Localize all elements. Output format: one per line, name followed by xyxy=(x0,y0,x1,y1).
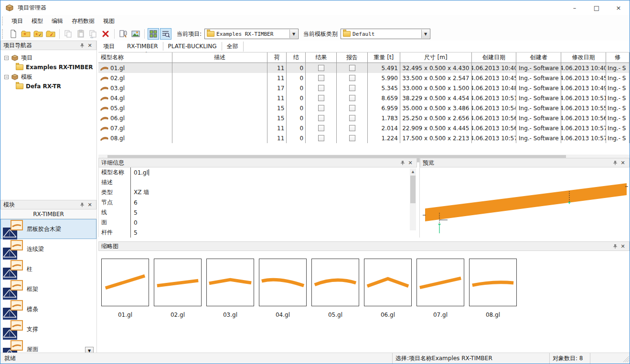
thumbnail-item[interactable]: 02.gl xyxy=(154,259,202,318)
module-item[interactable]: 支撑 xyxy=(0,319,96,339)
table-row[interactable]: 02.gl 11 0 5.990 33.500 x 0.500 x 2.547 … xyxy=(98,73,630,83)
close-icon[interactable]: ✕ xyxy=(619,242,627,250)
report-checkbox[interactable] xyxy=(349,85,355,91)
open-project-folder-icon[interactable]: ★✓ xyxy=(32,28,44,40)
results-checkbox[interactable] xyxy=(318,85,324,91)
collapse-icon[interactable]: − xyxy=(4,56,9,60)
paste-icon[interactable] xyxy=(75,28,86,40)
delete-icon[interactable] xyxy=(100,28,111,40)
menu-item[interactable]: 视图 xyxy=(99,15,119,27)
menu-item[interactable]: 存档数据 xyxy=(67,15,99,27)
tree-node-project-examples[interactable]: Examples RX-TIMBER xyxy=(16,62,96,72)
toolbar-grip[interactable] xyxy=(2,17,3,25)
copy-model-icon[interactable] xyxy=(87,28,99,40)
results-checkbox[interactable] xyxy=(318,135,324,141)
project-check-folder-icon[interactable]: ✓ xyxy=(45,28,56,40)
table-row[interactable]: 03.gl 17 0 5.345 33.000 x 0.500 x 1.500 … xyxy=(98,83,630,93)
tab[interactable]: RX-TIMBER xyxy=(122,42,163,51)
report-checkbox[interactable] xyxy=(349,105,355,111)
thumbnail-item[interactable]: 08.gl xyxy=(469,259,517,318)
col-combinations[interactable]: 结 xyxy=(287,52,306,62)
col-results[interactable]: 结果 xyxy=(306,52,337,62)
results-checkbox[interactable] xyxy=(318,105,324,111)
table-row[interactable]: 08.gl 11 0 1.224 17.500 x 0.500 x 2.213 … xyxy=(98,133,630,143)
report-checkbox[interactable] xyxy=(349,135,355,141)
tree-node-projects[interactable]: − 项目 xyxy=(4,53,96,62)
thumbnail-item[interactable]: 04.gl xyxy=(259,259,307,318)
results-checkbox[interactable] xyxy=(318,65,324,71)
module-item[interactable]: 连续梁 xyxy=(0,239,96,259)
results-checkbox[interactable] xyxy=(318,95,324,101)
details-value[interactable]: XZ 墙 xyxy=(134,188,149,197)
new-document-icon[interactable] xyxy=(8,28,19,40)
module-item[interactable]: 层板胶合木梁 xyxy=(0,219,96,239)
table-row[interactable]: 06.gl 15 0 1.783 25.250 x 0.500 x 2.656 … xyxy=(98,113,630,123)
current-project-combobox[interactable]: Examples RX-TIMBER ▼ xyxy=(204,29,299,39)
detail-search-view-toggle-icon[interactable] xyxy=(160,28,171,40)
pin-icon[interactable] xyxy=(611,159,619,166)
col-creator[interactable]: 创建者 xyxy=(516,52,561,62)
scroll-up-icon[interactable]: ▲ xyxy=(410,168,416,175)
module-item[interactable]: 柱 xyxy=(0,259,96,279)
copy-icon[interactable] xyxy=(63,28,74,40)
thumbnail-view-toggle-icon[interactable] xyxy=(148,28,159,40)
module-item[interactable]: 框架 xyxy=(0,279,96,299)
col-loadcases[interactable]: 荷 xyxy=(267,52,287,62)
report-checkbox[interactable] xyxy=(349,65,355,71)
close-icon[interactable]: ✕ xyxy=(86,201,94,208)
scrollbar-thumb[interactable] xyxy=(410,176,416,203)
col-dimensions[interactable]: 尺寸 [m] xyxy=(400,52,472,62)
new-project-folder-icon[interactable]: ★ xyxy=(20,28,32,40)
close-icon[interactable]: ✕ xyxy=(406,159,414,166)
results-checkbox[interactable] xyxy=(318,115,324,121)
close-button[interactable]: × xyxy=(608,0,630,15)
col-modified[interactable]: 修改日期 xyxy=(561,52,606,62)
col-desc[interactable]: 描述 xyxy=(172,52,268,62)
close-icon[interactable]: ✕ xyxy=(86,42,94,49)
details-value[interactable]: 6 xyxy=(134,199,138,206)
toolbar-grip2[interactable] xyxy=(2,29,3,39)
thumbnail-item[interactable]: 06.gl xyxy=(364,259,412,318)
menu-item[interactable]: 编辑 xyxy=(47,15,67,27)
tab[interactable]: 全部 xyxy=(222,42,244,52)
resize-grip[interactable] xyxy=(621,354,629,362)
col-report[interactable]: 报告 xyxy=(337,52,368,62)
col-name[interactable]: 模型名称 xyxy=(98,52,172,62)
table-row[interactable]: 07.gl 11 0 2.014 22.909 x 0.500 x 4.445 … xyxy=(98,123,630,133)
close-icon[interactable]: ✕ xyxy=(619,159,627,166)
col-created[interactable]: 创建日期 xyxy=(472,52,517,62)
col-modifier[interactable]: 修 xyxy=(606,52,630,62)
chevron-down-icon[interactable]: ▼ xyxy=(289,30,298,38)
minimize-button[interactable]: – xyxy=(564,0,586,15)
collapse-icon[interactable]: − xyxy=(4,75,9,79)
properties-icon[interactable] xyxy=(117,28,129,40)
menu-item[interactable]: 模型 xyxy=(27,15,47,27)
pin-icon[interactable] xyxy=(78,42,86,49)
details-vertical-scrollbar[interactable]: ▲ xyxy=(410,168,416,230)
menu-item[interactable]: 项目 xyxy=(7,15,27,27)
report-checkbox[interactable] xyxy=(349,75,355,81)
details-value[interactable]: 5 xyxy=(134,209,138,216)
col-weight[interactable]: 重量 [t] xyxy=(368,52,400,62)
module-item[interactable]: 檩条 xyxy=(0,299,96,319)
thumbnail-item[interactable]: 03.gl xyxy=(206,259,254,318)
thumbnail-item[interactable]: 01.gl xyxy=(101,259,149,318)
details-value[interactable]: 01.gl xyxy=(134,169,148,176)
results-checkbox[interactable] xyxy=(318,75,324,81)
report-checkbox[interactable] xyxy=(349,95,355,101)
pin-icon[interactable] xyxy=(611,242,619,250)
template-category-combobox[interactable]: Default ▼ xyxy=(341,29,430,39)
table-row[interactable]: 05.gl 15 0 6.959 35.000 x 0.500 x 3.486 … xyxy=(98,103,630,113)
tree-node-templates[interactable]: − 模板 xyxy=(4,72,96,82)
thumbnail-item[interactable]: 07.gl xyxy=(416,259,464,318)
table-row[interactable]: 04.gl 11 0 8.659 38.229 x 0.500 x 4.454 … xyxy=(98,93,630,103)
report-checkbox[interactable] xyxy=(349,125,355,131)
tab[interactable]: 项目 xyxy=(98,42,119,52)
tab[interactable]: PLATE-BUCKLING xyxy=(163,42,222,51)
pin-icon[interactable] xyxy=(399,159,406,166)
archive-image-icon[interactable] xyxy=(130,28,141,40)
results-checkbox[interactable] xyxy=(318,125,324,131)
tree-node-template-default[interactable]: Defa RX-TR xyxy=(16,82,96,91)
thumbnail-item[interactable]: 05.gl xyxy=(311,259,359,318)
maximize-button[interactable]: □ xyxy=(586,0,608,15)
